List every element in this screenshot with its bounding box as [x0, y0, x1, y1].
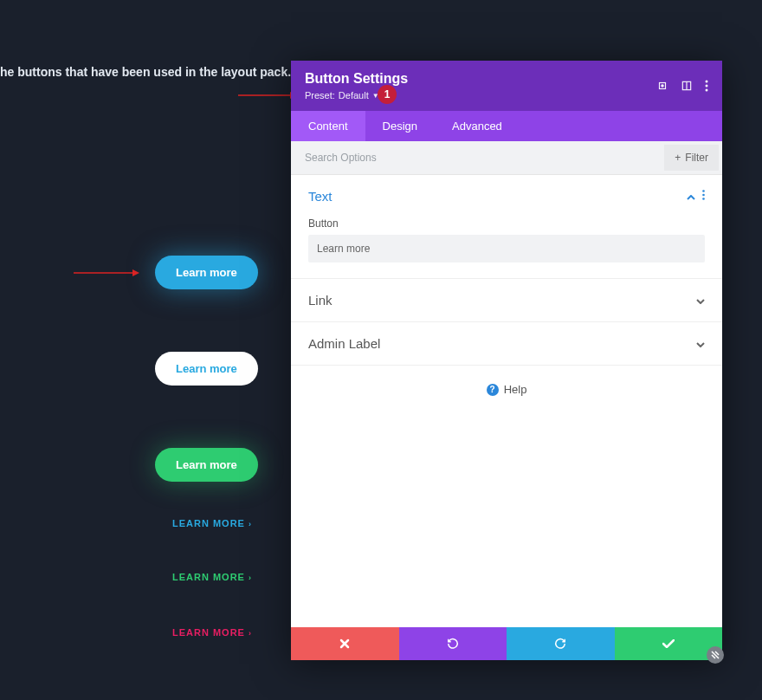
search-bar: + Filter	[291, 141, 722, 175]
modal-footer	[291, 627, 722, 660]
tabs: Content Design Advanced	[291, 111, 722, 141]
modal-title: Button Settings	[305, 71, 408, 87]
svg-point-12	[702, 194, 705, 197]
section-link-header[interactable]: Link	[291, 279, 722, 321]
help-label: Help	[504, 383, 527, 396]
help-link[interactable]: ? Help	[291, 366, 722, 413]
redo-button[interactable]	[507, 627, 615, 660]
button-text-input[interactable]	[308, 235, 705, 262]
preview-button-teal[interactable]: Learn more	[155, 448, 258, 482]
svg-point-10	[706, 89, 708, 92]
preview-button-white[interactable]: Learn more	[155, 352, 258, 386]
section-title: Admin Label	[308, 336, 380, 351]
chevron-right-icon: ›	[249, 629, 252, 638]
section-text-header[interactable]: Text	[291, 175, 722, 217]
chevron-down-icon	[696, 294, 705, 307]
preview-link-pink[interactable]: LEARN MORE›	[172, 627, 252, 638]
more-icon[interactable]	[702, 190, 705, 203]
chevron-down-icon	[696, 337, 705, 350]
chevron-right-icon: ›	[249, 520, 252, 528]
modal-header: Button Settings Preset: Default ▼	[291, 61, 722, 111]
svg-point-5	[662, 85, 663, 87]
section-admin-label: Admin Label	[291, 322, 722, 366]
svg-point-11	[702, 190, 705, 192]
panel-icon[interactable]	[681, 80, 693, 92]
cancel-button[interactable]	[291, 627, 399, 660]
preview-link-teal[interactable]: LEARN MORE›	[172, 572, 252, 582]
section-link: Link	[291, 279, 722, 322]
settings-modal: Button Settings Preset: Default ▼ Conten…	[291, 61, 722, 660]
preset-value: Default	[339, 90, 369, 100]
expand-icon[interactable]	[656, 80, 668, 92]
link-label: LEARN MORE	[172, 518, 245, 528]
svg-point-13	[702, 198, 705, 200]
svg-point-9	[706, 85, 708, 88]
help-icon: ?	[487, 384, 499, 396]
undo-button[interactable]	[399, 627, 507, 660]
resize-icon	[711, 651, 720, 659]
section-admin-header[interactable]: Admin Label	[291, 322, 722, 365]
link-label: LEARN MORE	[172, 627, 245, 638]
section-title: Link	[308, 293, 333, 308]
preview-link-blue[interactable]: LEARN MORE›	[172, 518, 252, 528]
plus-icon: +	[675, 152, 681, 164]
filter-button[interactable]: + Filter	[664, 145, 719, 171]
redo-icon	[554, 638, 566, 650]
section-text: Text Button	[291, 175, 722, 279]
tab-content[interactable]: Content	[291, 111, 365, 141]
tab-design[interactable]: Design	[365, 111, 435, 141]
background-caption: he buttons that have been used in the la…	[0, 65, 291, 79]
svg-point-8	[706, 81, 708, 83]
field-label-button: Button	[308, 217, 705, 230]
chevron-right-icon: ›	[249, 574, 252, 582]
preview-button-blue[interactable]: Learn more	[155, 256, 258, 289]
link-label: LEARN MORE	[172, 572, 245, 582]
resize-handle[interactable]	[707, 646, 724, 664]
check-icon	[662, 639, 675, 648]
annotation-arrow-2	[74, 269, 141, 277]
filter-label: Filter	[685, 152, 708, 164]
section-title: Text	[308, 189, 333, 204]
annotation-badge-1: 1	[378, 85, 397, 104]
search-input[interactable]	[291, 143, 661, 172]
annotation-arrow-1	[238, 91, 299, 100]
undo-icon	[447, 638, 459, 650]
svg-marker-3	[132, 269, 139, 276]
chevron-up-icon	[687, 191, 695, 203]
more-icon[interactable]	[705, 80, 708, 92]
close-icon	[339, 638, 350, 649]
tab-advanced[interactable]: Advanced	[435, 111, 520, 141]
preset-label: Preset:	[305, 90, 335, 100]
